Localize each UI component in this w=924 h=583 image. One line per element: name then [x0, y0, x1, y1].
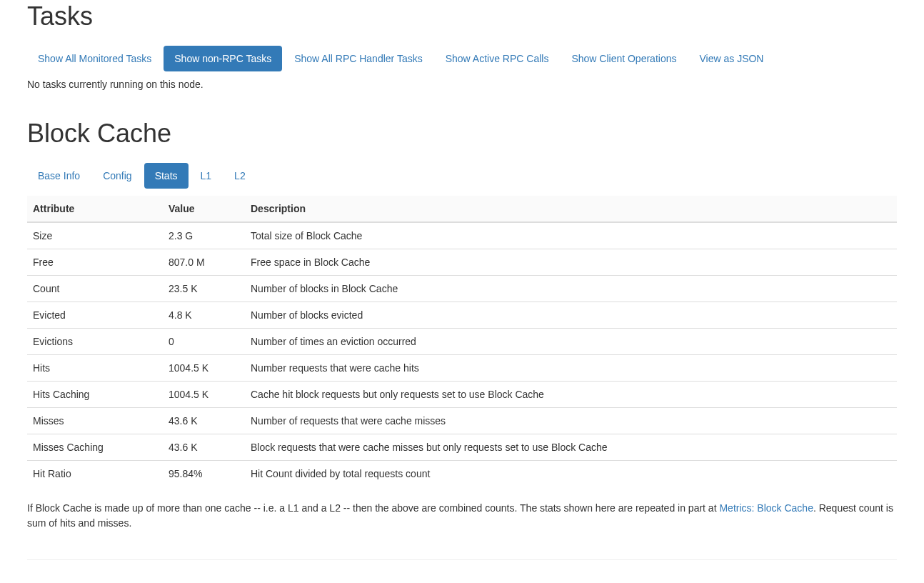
- tasks-tabs: Show All Monitored TasksShow non-RPC Tas…: [27, 46, 897, 71]
- cell-value: 0: [163, 329, 245, 355]
- col-description: Description: [245, 196, 897, 222]
- tasks-tab-5[interactable]: View as JSON: [688, 46, 774, 71]
- table-header-row: Attribute Value Description: [27, 196, 897, 222]
- cell-value: 1004.5 K: [163, 355, 245, 382]
- cell-description: Cache hit block requests but only reques…: [245, 382, 897, 408]
- tasks-tab-3[interactable]: Show Active RPC Calls: [435, 46, 560, 71]
- cell-description: Number of blocks evicted: [245, 302, 897, 329]
- cell-value: 23.5 K: [163, 276, 245, 302]
- cell-value: 1004.5 K: [163, 382, 245, 408]
- tasks-heading: Tasks: [27, 1, 897, 31]
- cell-value: 95.84%: [163, 461, 245, 487]
- cell-attribute: Hit Ratio: [27, 461, 163, 487]
- table-row: Hits Caching1004.5 KCache hit block requ…: [27, 382, 897, 408]
- tasks-section: Tasks Show All Monitored TasksShow non-R…: [27, 1, 897, 90]
- block-cache-heading: Block Cache: [27, 119, 897, 149]
- table-row: Hit Ratio95.84%Hit Count divided by tota…: [27, 461, 897, 487]
- block-cache-tab-3[interactable]: L1: [190, 163, 223, 189]
- cell-value: 807.0 M: [163, 249, 245, 276]
- block-cache-table: Attribute Value Description Size2.3 GTot…: [27, 196, 897, 487]
- table-row: Misses Caching43.6 KBlock requests that …: [27, 434, 897, 461]
- table-row: Hits1004.5 KNumber requests that were ca…: [27, 355, 897, 382]
- cell-attribute: Misses Caching: [27, 434, 163, 461]
- tasks-tab-4[interactable]: Show Client Operations: [561, 46, 687, 71]
- table-row: Evicted4.8 KNumber of blocks evicted: [27, 302, 897, 329]
- cell-attribute: Evicted: [27, 302, 163, 329]
- table-row: Evictions0Number of times an eviction oc…: [27, 329, 897, 355]
- cell-value: 43.6 K: [163, 434, 245, 461]
- cell-value: 43.6 K: [163, 408, 245, 434]
- cell-description: Total size of Block Cache: [245, 222, 897, 249]
- cell-attribute: Count: [27, 276, 163, 302]
- cell-attribute: Evictions: [27, 329, 163, 355]
- tasks-empty-msg: No tasks currently running on this node.: [27, 79, 897, 90]
- block-cache-footnote: If Block Cache is made up of more than o…: [27, 501, 897, 531]
- tasks-tab-0[interactable]: Show All Monitored Tasks: [27, 46, 162, 71]
- cell-description: Number of requests that were cache misse…: [245, 408, 897, 434]
- section-divider: [27, 559, 897, 560]
- block-cache-tab-4[interactable]: L2: [224, 163, 256, 189]
- cell-description: Number requests that were cache hits: [245, 355, 897, 382]
- table-row: Size2.3 GTotal size of Block Cache: [27, 222, 897, 249]
- cell-attribute: Hits: [27, 355, 163, 382]
- metrics-block-cache-link[interactable]: Metrics: Block Cache: [719, 502, 813, 514]
- tasks-tab-2[interactable]: Show All RPC Handler Tasks: [283, 46, 433, 71]
- cell-attribute: Misses: [27, 408, 163, 434]
- cell-attribute: Free: [27, 249, 163, 276]
- block-cache-section: Block Cache Base InfoConfigStatsL1L2 Att…: [27, 119, 897, 531]
- footnote-text-pre: If Block Cache is made up of more than o…: [27, 502, 719, 514]
- table-row: Free807.0 MFree space in Block Cache: [27, 249, 897, 276]
- block-cache-tabs: Base InfoConfigStatsL1L2: [27, 163, 897, 189]
- cell-description: Hit Count divided by total requests coun…: [245, 461, 897, 487]
- block-cache-tab-0[interactable]: Base Info: [27, 163, 91, 189]
- cell-value: 4.8 K: [163, 302, 245, 329]
- col-value: Value: [163, 196, 245, 222]
- block-cache-tab-2[interactable]: Stats: [144, 163, 189, 189]
- cell-attribute: Hits Caching: [27, 382, 163, 408]
- tasks-tab-1[interactable]: Show non-RPC Tasks: [164, 46, 282, 71]
- cell-value: 2.3 G: [163, 222, 245, 249]
- cell-attribute: Size: [27, 222, 163, 249]
- cell-description: Number of times an eviction occurred: [245, 329, 897, 355]
- cell-description: Block requests that were cache misses bu…: [245, 434, 897, 461]
- cell-description: Number of blocks in Block Cache: [245, 276, 897, 302]
- block-cache-tab-1[interactable]: Config: [92, 163, 142, 189]
- table-row: Misses43.6 KNumber of requests that were…: [27, 408, 897, 434]
- cell-description: Free space in Block Cache: [245, 249, 897, 276]
- col-attribute: Attribute: [27, 196, 163, 222]
- table-row: Count23.5 KNumber of blocks in Block Cac…: [27, 276, 897, 302]
